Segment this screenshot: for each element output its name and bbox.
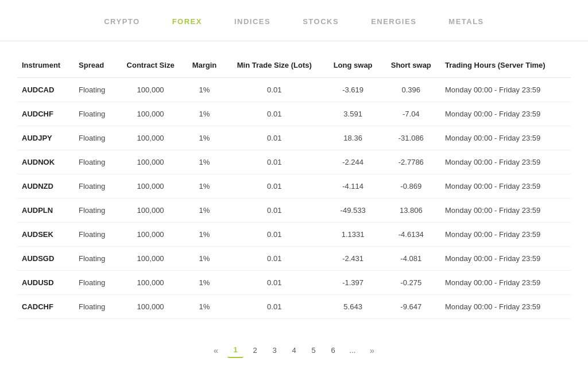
cell-contract-size: 100,000 [117, 199, 184, 223]
table-row: AUDSGDFloating100,0001%0.01-2.431-4.081M… [17, 247, 571, 271]
cell-long-swap: -2.244 [324, 150, 382, 174]
cell-contract-size: 100,000 [117, 126, 184, 150]
cell-min-trade-size-lots: 0.01 [225, 199, 324, 223]
table-row: AUDSEKFloating100,0001%0.011.1331-4.6134… [17, 223, 571, 247]
pagination-page-1[interactable]: 1 [227, 342, 243, 358]
pagination-page-5[interactable]: 5 [305, 342, 322, 358]
cell-spread: Floating [74, 223, 117, 247]
cell-spread: Floating [74, 247, 117, 271]
cell-min-trade-size-lots: 0.01 [225, 271, 324, 295]
cell-margin: 1% [184, 295, 225, 319]
pagination-ellipsis: ... [345, 342, 361, 358]
nav-tab-stocks[interactable]: STOCKS [287, 13, 355, 30]
cell-trading-hours-server-time: Monday 00:00 - Friday 23:59 [440, 126, 571, 150]
nav-tab-energies[interactable]: ENERGIES [355, 13, 432, 30]
cell-instrument: AUDUSD [17, 271, 74, 295]
cell-short-swap: -9.647 [382, 295, 440, 319]
pagination-next[interactable]: » [364, 342, 380, 358]
cell-spread: Floating [74, 295, 117, 319]
cell-trading-hours-server-time: Monday 00:00 - Friday 23:59 [440, 247, 571, 271]
cell-margin: 1% [184, 271, 225, 295]
cell-contract-size: 100,000 [117, 223, 184, 247]
pagination-page-3[interactable]: 3 [266, 342, 283, 358]
cell-instrument: AUDSEK [17, 223, 74, 247]
col-header-long-swap: Long swap [324, 55, 382, 78]
cell-margin: 1% [184, 199, 225, 223]
table-section: InstrumentSpreadContract SizeMarginMin T… [0, 41, 588, 331]
cell-min-trade-size-lots: 0.01 [225, 295, 324, 319]
col-header-short-swap: Short swap [382, 55, 440, 78]
cell-short-swap: 0.396 [382, 78, 440, 102]
cell-spread: Floating [74, 174, 117, 199]
pagination: «123456...» [0, 331, 588, 364]
cell-min-trade-size-lots: 0.01 [225, 126, 324, 150]
header-row: InstrumentSpreadContract SizeMarginMin T… [17, 55, 571, 78]
cell-instrument: AUDJPY [17, 126, 74, 150]
cell-trading-hours-server-time: Monday 00:00 - Friday 23:59 [440, 199, 571, 223]
cell-instrument: AUDNOK [17, 150, 74, 174]
cell-margin: 1% [184, 223, 225, 247]
cell-min-trade-size-lots: 0.01 [225, 223, 324, 247]
table-row: AUDUSDFloating100,0001%0.01-1.397-0.275M… [17, 271, 571, 295]
pagination-page-6[interactable]: 6 [325, 342, 341, 358]
pagination-page-4[interactable]: 4 [286, 342, 302, 358]
cell-trading-hours-server-time: Monday 00:00 - Friday 23:59 [440, 102, 571, 126]
cell-spread: Floating [74, 126, 117, 150]
cell-instrument: AUDSGD [17, 247, 74, 271]
table-row: AUDNZDFloating100,0001%0.01-4.114-0.869M… [17, 174, 571, 199]
cell-instrument: AUDNZD [17, 174, 74, 199]
cell-long-swap: -3.619 [324, 78, 382, 102]
cell-min-trade-size-lots: 0.01 [225, 150, 324, 174]
table-row: AUDNOKFloating100,0001%0.01-2.244-2.7786… [17, 150, 571, 174]
nav-tabs: CRYPTOFOREXINDICESSTOCKSENERGIESMETALS [0, 0, 588, 41]
table-header: InstrumentSpreadContract SizeMarginMin T… [17, 55, 571, 78]
table-body: AUDCADFloating100,0001%0.01-3.6190.396Mo… [17, 78, 571, 319]
cell-short-swap: -4.6134 [382, 223, 440, 247]
col-header-instrument: Instrument [17, 55, 74, 78]
cell-margin: 1% [184, 126, 225, 150]
pagination-page-2[interactable]: 2 [247, 342, 263, 358]
cell-contract-size: 100,000 [117, 271, 184, 295]
cell-contract-size: 100,000 [117, 247, 184, 271]
cell-short-swap: -0.869 [382, 174, 440, 199]
cell-long-swap: 3.591 [324, 102, 382, 126]
instruments-table: InstrumentSpreadContract SizeMarginMin T… [17, 55, 571, 319]
cell-margin: 1% [184, 102, 225, 126]
cell-contract-size: 100,000 [117, 174, 184, 199]
cell-trading-hours-server-time: Monday 00:00 - Friday 23:59 [440, 295, 571, 319]
cell-trading-hours-server-time: Monday 00:00 - Friday 23:59 [440, 78, 571, 102]
cell-spread: Floating [74, 271, 117, 295]
cell-trading-hours-server-time: Monday 00:00 - Friday 23:59 [440, 174, 571, 199]
col-header-margin: Margin [184, 55, 225, 78]
col-header-min-trade-size-lots: Min Trade Size (Lots) [225, 55, 324, 78]
col-header-contract-size: Contract Size [117, 55, 184, 78]
nav-tab-indices[interactable]: INDICES [218, 13, 287, 30]
cell-long-swap: 5.643 [324, 295, 382, 319]
cell-short-swap: 13.806 [382, 199, 440, 223]
cell-trading-hours-server-time: Monday 00:00 - Friday 23:59 [440, 150, 571, 174]
nav-tab-forex[interactable]: FOREX [156, 13, 218, 30]
cell-long-swap: -1.397 [324, 271, 382, 295]
pagination-prev[interactable]: « [208, 342, 224, 358]
cell-instrument: AUDCAD [17, 78, 74, 102]
cell-spread: Floating [74, 102, 117, 126]
table-row: AUDCHFFloating100,0001%0.013.591-7.04Mon… [17, 102, 571, 126]
nav-tab-metals[interactable]: METALS [432, 13, 500, 30]
table-row: AUDCADFloating100,0001%0.01-3.6190.396Mo… [17, 78, 571, 102]
cell-short-swap: -7.04 [382, 102, 440, 126]
cell-long-swap: -49.533 [324, 199, 382, 223]
cell-long-swap: -4.114 [324, 174, 382, 199]
cell-margin: 1% [184, 150, 225, 174]
col-header-spread: Spread [74, 55, 117, 78]
cell-short-swap: -0.275 [382, 271, 440, 295]
nav-tab-crypto[interactable]: CRYPTO [88, 13, 156, 30]
cell-spread: Floating [74, 199, 117, 223]
cell-min-trade-size-lots: 0.01 [225, 78, 324, 102]
col-header-trading-hours-server-time: Trading Hours (Server Time) [440, 55, 571, 78]
table-row: CADCHFFloating100,0001%0.015.643-9.647Mo… [17, 295, 571, 319]
cell-instrument: AUDCHF [17, 102, 74, 126]
cell-long-swap: 1.1331 [324, 223, 382, 247]
table-row: AUDPLNFloating100,0001%0.01-49.53313.806… [17, 199, 571, 223]
cell-trading-hours-server-time: Monday 00:00 - Friday 23:59 [440, 271, 571, 295]
cell-instrument: CADCHF [17, 295, 74, 319]
